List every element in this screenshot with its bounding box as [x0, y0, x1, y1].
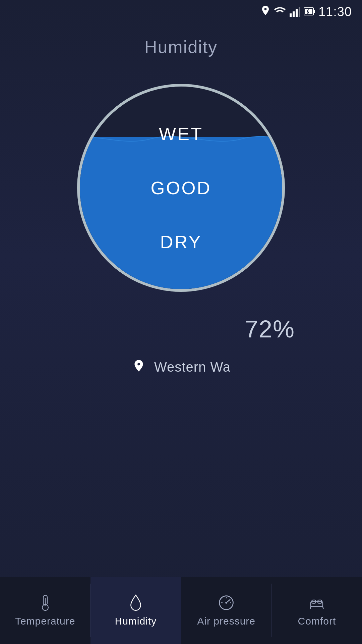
status-icons: 11:30	[261, 5, 352, 19]
gauge-labels: WET GOOD DRY	[80, 87, 282, 289]
nav-item-air-pressure[interactable]: Air pressure	[181, 577, 272, 644]
battery-status-icon	[304, 7, 315, 16]
page-title: Humidity	[0, 37, 362, 57]
wifi-status-icon	[274, 7, 286, 17]
thermometer-icon	[37, 594, 54, 611]
svg-rect-19	[311, 602, 323, 607]
nav-label-humidity: Humidity	[115, 615, 157, 627]
svg-rect-6	[305, 9, 312, 14]
drop-icon	[127, 594, 144, 611]
status-bar: 11:30	[0, 0, 362, 23]
nav-label-air-pressure: Air pressure	[197, 615, 255, 627]
gauge-circle: WET GOOD DRY	[77, 84, 285, 292]
nav-label-temperature: Temperature	[15, 615, 75, 627]
svg-line-22	[310, 606, 311, 609]
svg-line-23	[323, 606, 323, 609]
dry-label: DRY	[160, 231, 202, 252]
svg-rect-1	[293, 11, 295, 17]
nav-label-comfort: Comfort	[298, 615, 336, 627]
good-label: GOOD	[150, 177, 211, 198]
sofa-icon	[308, 594, 325, 611]
wet-label: WET	[159, 123, 203, 144]
bottom-nav: Temperature Humidity Air pressure	[0, 577, 362, 644]
location-row: Western Wa	[0, 360, 362, 375]
svg-rect-0	[290, 13, 292, 17]
nav-item-humidity[interactable]: Humidity	[90, 577, 181, 644]
svg-rect-3	[299, 7, 300, 17]
status-time: 11:30	[318, 5, 352, 19]
gauge-container: WET GOOD DRY	[0, 84, 362, 292]
nav-item-comfort[interactable]: Comfort	[272, 577, 362, 644]
humidity-value: 72%	[0, 315, 362, 343]
location-status-icon	[261, 6, 270, 18]
nav-item-temperature[interactable]: Temperature	[0, 577, 90, 644]
location-name: Western Wa	[154, 360, 231, 375]
svg-rect-2	[296, 9, 298, 17]
gauge-icon	[218, 594, 235, 611]
svg-line-15	[226, 600, 230, 603]
signal-status-icon	[290, 7, 300, 17]
location-pin-icon	[131, 360, 146, 375]
svg-rect-5	[313, 10, 315, 13]
